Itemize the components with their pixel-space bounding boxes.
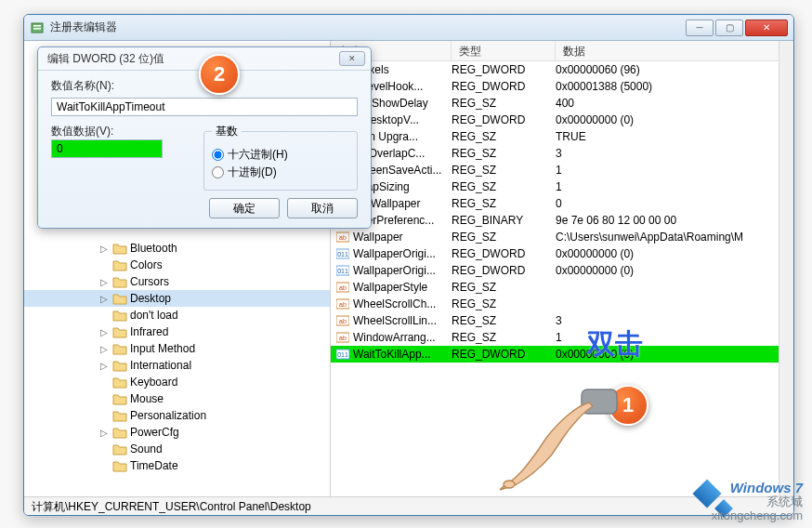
regedit-icon <box>30 20 45 35</box>
svg-text:ab: ab <box>339 318 347 324</box>
tree-item[interactable]: Sound <box>24 441 330 457</box>
ok-button[interactable]: 确定 <box>209 198 280 218</box>
close-button[interactable]: ✕ <box>745 20 788 36</box>
list-row[interactable]: 011UserPreferenc...REG_BINARY9e 7e 06 80… <box>331 212 793 229</box>
list-row[interactable]: abSnapSizingREG_SZ1 <box>331 178 793 195</box>
value-type: REG_SZ <box>452 197 556 210</box>
value-name: WheelScrollCh... <box>353 297 452 310</box>
string-value-icon: ab <box>336 231 349 244</box>
tree-item[interactable]: ▷International <box>24 357 330 374</box>
tree-item-label: Personalization <box>130 409 206 422</box>
svg-text:011: 011 <box>337 268 348 274</box>
tree-item-label: Keyboard <box>130 376 177 389</box>
statusbar-path: 计算机\HKEY_CURRENT_USER\Control Panel\Desk… <box>24 496 793 515</box>
tree-item[interactable]: Personalization <box>24 407 330 424</box>
folder-icon <box>112 442 127 455</box>
value-name-field[interactable]: WaitToKillAppTimeout <box>51 98 358 116</box>
value-data: 1 <box>556 180 793 193</box>
window-title: 注册表编辑器 <box>50 20 684 35</box>
list-row[interactable]: abghtOverlapC...REG_SZ3 <box>331 145 793 162</box>
folder-icon <box>112 309 127 322</box>
numeric-value-icon: 011 <box>336 348 349 361</box>
list-row[interactable]: abttern Upgra...REG_SZTRUE <box>331 128 793 145</box>
dec-radio[interactable] <box>212 166 224 178</box>
column-header-data[interactable]: 数据 <box>556 41 793 60</box>
minimize-button[interactable]: ─ <box>686 20 714 36</box>
tree-item-label: Colors <box>130 258 163 271</box>
hex-radio-label[interactable]: 十六进制(H) <box>212 147 349 163</box>
tree-item[interactable]: Mouse <box>24 390 330 407</box>
list-row[interactable]: 011WaitToKillApp...REG_DWORD0x00000000 (… <box>331 346 793 363</box>
tree-item-label: Sound <box>130 442 163 455</box>
tree-item[interactable]: ▷PowerCfg <box>24 424 330 441</box>
base-fieldset: 基数 十六进制(H) 十进制(D) <box>203 124 358 191</box>
list-row[interactable]: 011WallpaperOrigi...REG_DWORD0x00000000 … <box>331 262 793 279</box>
value-type: REG_DWORD <box>452 264 556 277</box>
list-row[interactable]: 011WallpaperOrigi...REG_DWORD0x00000000 … <box>331 245 793 262</box>
list-row[interactable]: abWallpaperStyleREG_SZ <box>331 279 793 296</box>
value-name: WaitToKillApp... <box>353 348 452 361</box>
tree-item-label: don't load <box>130 309 178 322</box>
value-data: 0x00001388 (5000) <box>556 80 793 93</box>
folder-icon <box>112 392 127 405</box>
tree-item[interactable]: Keyboard <box>24 374 330 390</box>
value-type: REG_DWORD <box>452 113 556 126</box>
tree-item-label: Bluetooth <box>130 242 177 255</box>
svg-text:ab: ab <box>339 234 347 241</box>
tree-item[interactable]: TimeDate <box>24 457 330 474</box>
list-row[interactable]: 011wLevelHook...REG_DWORD0x00001388 (500… <box>331 78 793 95</box>
list-row[interactable]: abWallpaperREG_SZC:\Users\sunwei\AppData… <box>331 229 793 245</box>
tree-toggle-icon[interactable]: ▷ <box>98 344 110 354</box>
hex-radio-text: 十六进制(H) <box>228 147 288 163</box>
value-type: REG_DWORD <box>452 348 556 361</box>
value-data: 400 <box>556 97 793 110</box>
list-row[interactable]: abenuShowDelayREG_SZ400 <box>331 95 793 112</box>
tree-item-label: International <box>130 359 191 372</box>
vertical-scrollbar[interactable] <box>779 41 793 496</box>
value-data: 3 <box>556 147 793 160</box>
svg-text:ab: ab <box>339 335 347 341</box>
tree-item[interactable]: Colors <box>24 257 330 273</box>
folder-icon <box>112 426 127 439</box>
list-row[interactable]: 011ntDesktopV...REG_DWORD0x00000000 (0) <box>331 112 793 128</box>
list-row[interactable]: abWindowArrang...REG_SZ1 <box>331 329 793 346</box>
svg-rect-2 <box>33 28 41 30</box>
dec-radio-label[interactable]: 十进制(D) <box>212 165 349 180</box>
tree-item[interactable]: ▷Bluetooth <box>24 240 330 257</box>
tree-toggle-icon[interactable]: ▷ <box>98 294 110 304</box>
column-header-type[interactable]: 类型 <box>452 41 556 60</box>
value-data: 0x00000000 (0) <box>556 264 793 277</box>
svg-text:011: 011 <box>337 251 348 257</box>
value-name: WindowArrang... <box>353 331 452 344</box>
list-body[interactable]: 011gPixelsREG_DWORD0x00000060 (96)011wLe… <box>331 61 793 496</box>
tree-item[interactable]: don't load <box>24 307 330 323</box>
list-row[interactable]: 011gPixelsREG_DWORD0x00000060 (96) <box>331 61 793 78</box>
tree-item[interactable]: ▷Input Method <box>24 340 330 357</box>
list-row[interactable]: abWheelScrollLin...REG_SZ3 <box>331 312 793 329</box>
tree-toggle-icon[interactable]: ▷ <box>98 277 110 287</box>
value-data: C:\Users\sunwei\AppData\Roaming\M <box>556 231 793 244</box>
value-data-label: 数值数据(V): <box>51 125 113 138</box>
hex-radio[interactable] <box>212 149 224 161</box>
string-value-icon: ab <box>336 297 349 310</box>
string-value-icon: ab <box>336 331 349 344</box>
base-legend: 基数 <box>212 124 242 139</box>
dialog-close-button[interactable]: ✕ <box>339 51 365 66</box>
tree-toggle-icon[interactable]: ▷ <box>98 428 110 438</box>
value-type: REG_DWORD <box>452 247 556 260</box>
tree-item[interactable]: ▷Desktop <box>24 290 330 307</box>
cancel-button[interactable]: 取消 <box>287 198 358 218</box>
tree-item[interactable]: ▷Infrared <box>24 323 330 340</box>
value-data: 0x00000000 (0) <box>556 348 793 361</box>
maximize-button[interactable]: ▢ <box>715 20 743 36</box>
value-data-field[interactable]: 0 <box>51 139 163 158</box>
tree-item-label: Input Method <box>130 342 195 355</box>
tree-item[interactable]: ▷Cursors <box>24 273 330 290</box>
svg-text:ab: ab <box>339 284 347 291</box>
list-row[interactable]: abScreenSaveActi...REG_SZ1 <box>331 162 793 178</box>
tree-toggle-icon[interactable]: ▷ <box>98 327 110 337</box>
tree-toggle-icon[interactable]: ▷ <box>98 244 110 254</box>
list-row[interactable]: abWheelScrollCh...REG_SZ <box>331 296 793 312</box>
list-row[interactable]: abTileWallpaperREG_SZ0 <box>331 195 793 212</box>
tree-toggle-icon[interactable]: ▷ <box>98 361 110 371</box>
